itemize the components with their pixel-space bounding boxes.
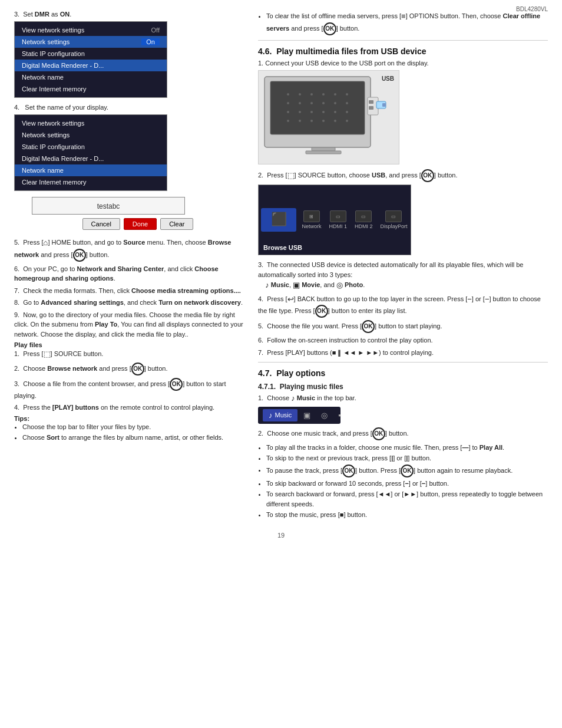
music-bullet6: To stop the music, press [■] button.: [266, 510, 548, 520]
svg-point-15: [299, 111, 301, 113]
source-selected-usb: ⬛: [261, 208, 296, 232]
music-tab: ♪ Music: [263, 409, 297, 421]
menu-item-dmr[interactable]: Digital Media Renderer - D...: [15, 60, 167, 71]
music-bullet3: To pause the track, press [OK] button. P…: [266, 465, 548, 477]
svg-point-17: [322, 111, 325, 113]
music-icon: ♪: [269, 411, 273, 420]
menu-item-static-ip[interactable]: Static IP configuration: [15, 48, 167, 60]
menu-label: Network settings: [22, 38, 70, 45]
menu-item-network-settings[interactable]: Network settings On: [15, 36, 167, 48]
section-divider: [258, 40, 548, 41]
cancel-button[interactable]: Cancel: [82, 218, 120, 230]
music-tab-label: Music: [275, 411, 292, 419]
menu-item-clear-internet-2[interactable]: Clear Internet memory: [15, 176, 167, 188]
usb-step2: 2. Press [⬚] SOURCE button, choose USB, …: [258, 169, 548, 182]
source-selector: ⬛ ⊞ Network ▭ HDMI 1 ▭ HDMI 2: [258, 185, 411, 255]
tips-label: Tips:: [14, 415, 244, 422]
play-step4: 4. Press the [PLAY] buttons on the remot…: [14, 403, 244, 413]
model-label: BDL4280VL: [516, 6, 548, 12]
section-divider-2: [258, 362, 548, 363]
menu-item-network-name-2[interactable]: Network name: [15, 164, 167, 176]
tips-list: Choose the top bar to filter your files …: [22, 422, 244, 443]
left-column: 3. Set DMR as ON. View network settings …: [14, 11, 244, 522]
music-bullet1: To play all the tracks in a folder, choo…: [266, 443, 548, 453]
offline-bullet: To clear the list of offline media serve…: [266, 11, 548, 35]
svg-point-2: [287, 93, 289, 95]
tip2: Choose Sort to arrange the files by albu…: [22, 433, 244, 443]
menu-label: View network settings: [22, 27, 84, 34]
tip1: Choose the top bar to filter your files …: [22, 422, 244, 432]
movie-icon: ▣: [303, 411, 310, 420]
svg-point-7: [346, 93, 348, 95]
usb-label: USB: [382, 75, 394, 82]
photo-icon: ◎: [321, 411, 328, 420]
usb-step6: 6. Follow the on-screen instruction to c…: [258, 335, 548, 345]
source-displayport: ▭ DisplayPort: [380, 210, 407, 229]
displayport-icon: ▭: [385, 210, 402, 222]
menu-item-view-network-2[interactable]: View network settings: [15, 117, 167, 129]
svg-point-10: [310, 102, 313, 104]
svg-point-19: [346, 111, 348, 113]
svg-point-22: [310, 120, 313, 122]
section471-title: 4.7.1. Playing music files: [258, 383, 548, 391]
movie-tab: ▣: [299, 409, 315, 421]
step3-on: ON: [60, 11, 70, 18]
svg-rect-32: [382, 103, 386, 107]
source-hdmi1-label: HDMI 1: [329, 223, 347, 229]
svg-rect-30: [369, 106, 373, 110]
done-button[interactable]: Done: [124, 218, 157, 230]
svg-point-5: [322, 93, 325, 95]
step8-text: 8. Go to Advanced sharing settings, and …: [14, 298, 244, 308]
svg-point-9: [299, 102, 301, 104]
svg-point-21: [299, 120, 301, 122]
menu-item-clear-internet-1[interactable]: Clear Internet memory: [15, 83, 167, 95]
step3-dmr: DMR: [35, 11, 49, 18]
step4-label: 4. Set the name of your display.: [14, 104, 244, 111]
svg-point-12: [334, 102, 336, 104]
menu-item-dmr-2[interactable]: Digital Media Renderer - D...: [15, 153, 167, 164]
photo-tab: ◎: [316, 409, 332, 421]
svg-point-18: [334, 111, 336, 113]
step6-text: 6. On your PC, go to Network and Sharing…: [14, 264, 244, 284]
source-items: ⊞ Network ▭ HDMI 1 ▭ HDMI 2 ▭ DisplayPor…: [301, 210, 408, 229]
svg-point-8: [287, 102, 289, 104]
svg-point-11: [322, 102, 325, 104]
svg-point-3: [299, 93, 301, 95]
play-step3: 3. Choose a file from the content browse…: [14, 378, 244, 401]
menu-item-static-ip-2[interactable]: Static IP configuration: [15, 141, 167, 153]
usb-step5: 5. Choose the file you want. Press [OK] …: [258, 320, 548, 333]
menu-value-off: Off: [151, 27, 160, 34]
music-top-bar: ♪ Music ▣ ◎ ▪: [258, 407, 340, 424]
svg-point-14: [287, 111, 289, 113]
svg-point-20: [287, 120, 289, 122]
menu-item-network-name[interactable]: Network name: [15, 71, 167, 83]
svg-point-4: [310, 93, 313, 95]
menu-item-network-settings-2[interactable]: Network settings: [15, 129, 167, 141]
play-files-label: Play files: [14, 341, 244, 348]
music-bullets: To play all the tracks in a folder, choo…: [266, 443, 548, 520]
music-step1: 1. Choose ♪ Music in the top bar.: [258, 393, 548, 404]
clear-button[interactable]: Clear: [160, 218, 193, 230]
section47-title: 4.7. Play options: [258, 368, 548, 378]
usb-icon: ⬛: [271, 212, 287, 227]
music-bullet4: To skip backward or forward 10 seconds, …: [266, 479, 548, 489]
svg-point-16: [310, 111, 313, 113]
offline-item: To clear the list of offline media serve…: [266, 11, 548, 35]
extra-icon: ▪: [338, 411, 341, 420]
usb-step7: 7. Press [PLAY] buttons (■ ‖ ◄◄ ► ►►) to…: [258, 348, 548, 358]
menu-box-2: View network settings Network settings S…: [14, 114, 167, 191]
source-network: ⊞ Network: [302, 210, 321, 229]
step5-text: 5. Press [⌂] HOME button, and go to Sour…: [14, 237, 244, 262]
step3-label: 3. Set DMR as ON.: [14, 11, 244, 18]
svg-rect-26: [312, 147, 335, 151]
step9-text: 9. Now, go to the directory of your medi…: [14, 310, 244, 340]
usb-step4: 4. Press [↩] BACK button to go up to the…: [258, 294, 548, 318]
usb-diagram: USB: [258, 70, 399, 164]
svg-point-23: [322, 120, 325, 122]
svg-rect-29: [369, 100, 373, 104]
source-hdmi1: ▭ HDMI 1: [329, 210, 347, 229]
section46-title: 4.6. Play multimedia files from USB devi…: [258, 47, 548, 56]
svg-point-24: [334, 120, 336, 122]
svg-point-13: [346, 102, 348, 104]
music-bullet2: To skip to the next or previous track, p…: [266, 453, 548, 463]
